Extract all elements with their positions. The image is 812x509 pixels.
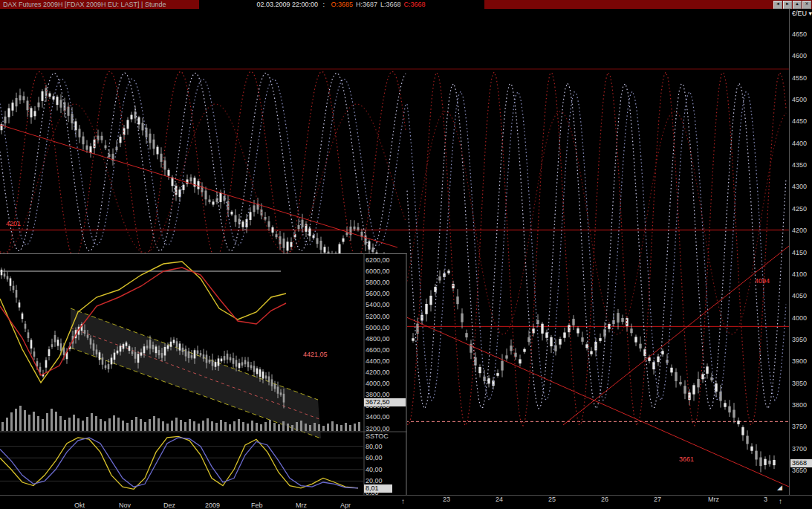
price-tick: 4300 (792, 184, 807, 190)
time-label-day: 24 (496, 496, 503, 503)
time-label-day: 3 (764, 496, 767, 503)
window-title: DAX Futures 2009H [FDAX 2009H EU: LAST] … (3, 1, 166, 8)
svg-text:4421,05: 4421,05 (303, 351, 328, 358)
price-tick: 4550 (792, 75, 807, 82)
stoch-tick: 60,00 (366, 455, 383, 461)
stoch-value-marker: 8,01 (364, 484, 392, 493)
ohlc-separator: : (322, 1, 325, 8)
inset-price-tick: 5200,00 (366, 314, 390, 320)
time-label-day: 27 (654, 496, 661, 503)
main-scroll-up-button[interactable]: ↑ (779, 497, 782, 506)
time-label-month: Dez (163, 502, 175, 509)
indicator-name-sstoc: SSTOC (366, 433, 389, 440)
price-tick: 4400 (792, 140, 807, 147)
inset-price-marker: 3672,50 (364, 398, 406, 406)
restore-button[interactable]: ▲ (793, 1, 802, 9)
chevron-down-icon: ▾ (809, 10, 812, 17)
scroll-left-button[interactable]: ◄ (773, 1, 782, 9)
price-tick: 4100 (792, 271, 807, 278)
price-tick: 4200 (792, 227, 807, 234)
time-label-day: 23 (443, 496, 450, 503)
ohlc-values: O:3685H:3687L:3668C:3668 (330, 1, 427, 8)
inset-price-tick: 6000,00 (366, 268, 390, 275)
time-label-month: Okt (74, 502, 85, 509)
price-tick: 4250 (792, 206, 807, 213)
inset-price-tick: 5000,00 (366, 325, 390, 331)
inset-scroll-up-button[interactable]: ↑ (401, 497, 405, 506)
time-label-month: Apr (340, 502, 351, 509)
inset-price-tick: 3400,00 (366, 414, 390, 421)
time-label-month: Feb (251, 502, 263, 509)
price-tick: 3750 (792, 424, 807, 430)
inset-price-tick: 5600,00 (366, 291, 390, 297)
price-tick: 4500 (792, 97, 807, 103)
price-tick: 3650 (792, 467, 807, 474)
svg-text:3661: 3661 (679, 455, 694, 463)
inset-chart-canvas[interactable]: 4421,05 (0, 253, 407, 496)
stoch-tick: 40,00 (366, 467, 383, 473)
inset-price-tick: 3200,00 (366, 426, 390, 432)
inset-price-tick: 6200,00 (366, 257, 390, 264)
price-tick: 3800 (792, 402, 807, 409)
price-tick: 3700 (792, 446, 807, 453)
time-label-day: Mrz (708, 496, 719, 503)
title-bar[interactable]: DAX Futures 2009H [FDAX 2009H EU: LAST] … (0, 0, 812, 9)
price-tick: 4650 (792, 31, 807, 38)
inset-price-tick: 5800,00 (366, 279, 390, 286)
time-axis[interactable]: 2324252627Mrz3OktNovDez2009FebMrzApr↑↑ (0, 495, 812, 509)
price-tick: 4050 (792, 293, 807, 299)
window-buttons: ◄►▲✕ (773, 1, 811, 9)
time-label-month: 2009 (205, 502, 220, 509)
inset-price-tick: 4600,00 (366, 347, 390, 354)
price-tick: 4450 (792, 118, 807, 125)
svg-text:4094: 4094 (755, 277, 770, 285)
inset-price-tick: 4800,00 (366, 336, 390, 343)
price-tick: 4000 (792, 315, 807, 322)
inset-chart-window[interactable]: 4421,05 6200,006000,005800,005600,005400… (0, 253, 407, 496)
stoch-tick: 80,00 (366, 444, 383, 450)
time-label-month: Mrz (296, 502, 307, 509)
inset-price-tick: 4000,00 (366, 380, 390, 387)
chart-reset-icon[interactable]: ◢ (777, 484, 782, 491)
ohlc-value: C:3668 (404, 1, 426, 8)
ohlc-readout: 02.03.2009 22:00:00 : O:3685H:3687L:3668… (199, 0, 484, 9)
price-tick: 4350 (792, 162, 807, 169)
close-button[interactable]: ✕ (802, 1, 811, 9)
inset-price-tick: 5400,00 (366, 302, 390, 308)
ohlc-value: L:3668 (380, 1, 401, 8)
chart-window: DAX Futures 2009H [FDAX 2009H EU: LAST] … (0, 0, 812, 509)
price-tick: 4600 (792, 53, 807, 59)
time-label-day: 26 (601, 496, 608, 503)
scroll-right-button[interactable]: ► (783, 1, 792, 9)
price-tick: 3950 (792, 337, 807, 343)
ohlc-value: H:3687 (356, 1, 377, 8)
svg-text:4201: 4201 (6, 220, 21, 227)
time-label-day: 25 (548, 496, 556, 503)
price-axis[interactable]: €/EU ▾ 3668 4650460045504500445044004350… (789, 9, 812, 495)
inset-price-tick: 4200,00 (366, 369, 390, 376)
price-tick: 3850 (792, 380, 807, 387)
bar-datetime: 02.03.2009 22:00:00 (256, 1, 318, 8)
currency-selector[interactable]: €/EU ▾ (792, 10, 812, 17)
price-tick: 3900 (792, 358, 807, 365)
time-label-month: Nov (119, 502, 131, 509)
inset-price-tick: 4400,00 (366, 358, 390, 365)
last-price-marker: 3668 (790, 459, 812, 467)
price-tick: 4150 (792, 250, 807, 256)
ohlc-value: O:3685 (331, 1, 354, 8)
